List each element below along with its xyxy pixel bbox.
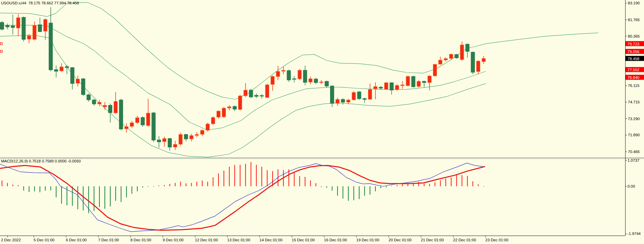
- time-axis-label: 7 Dec 01:00: [98, 238, 119, 242]
- macd-histogram-bar: [402, 184, 403, 186]
- macd-histogram-bar: [413, 184, 414, 186]
- candle-body: [347, 100, 350, 102]
- macd-histogram-bar: [288, 169, 289, 186]
- candle-body: [411, 76, 415, 87]
- macd-histogram-bar: [186, 183, 186, 186]
- candle-body: [460, 45, 464, 60]
- macd-histogram-bar: [456, 175, 457, 186]
- price-tag-label: 79.723: [628, 42, 639, 46]
- macd-histogram-bar: [294, 173, 294, 186]
- candle-body: [233, 106, 237, 109]
- macd-histogram-bar: [29, 186, 30, 192]
- candle-body: [238, 96, 242, 110]
- candle-body: [54, 69, 58, 71]
- macd-histogram-bar: [131, 186, 132, 194]
- time-axis-label: 20 Dec 01:00: [389, 238, 411, 242]
- price-axis-label: 83.190: [628, 1, 640, 5]
- candle-body: [173, 144, 177, 147]
- time-axis-label: 5 Dec 01:00: [34, 238, 54, 242]
- candle-body: [466, 44, 469, 52]
- macd-histogram-bar: [175, 183, 175, 186]
- macd-histogram-bar: [445, 179, 446, 186]
- time-axis-label: 21 Dec 01:00: [421, 238, 444, 242]
- candle-body: [38, 25, 42, 32]
- macd-histogram-bar: [12, 185, 13, 186]
- candle-body: [76, 79, 80, 83]
- macd-axis-label: -1.9744: [628, 232, 641, 236]
- time-axis-label: 22 Dec 01:00: [453, 238, 476, 242]
- candle-body: [282, 70, 285, 71]
- candle-body: [249, 90, 253, 97]
- candle-body: [0, 22, 4, 29]
- macd-histogram-bar: [359, 186, 360, 199]
- candle-body: [130, 123, 134, 127]
- macd-histogram-bar: [197, 182, 197, 186]
- candle-body: [11, 26, 15, 28]
- macd-histogram-bar: [332, 186, 332, 191]
- macd-histogram-bar: [191, 183, 192, 186]
- macd-histogram-bar: [337, 186, 338, 196]
- macd-histogram-bar: [386, 186, 387, 188]
- candle-body: [298, 70, 301, 79]
- chart-canvas[interactable]: 83.19081.76580.36576.11574.71573.29071.8…: [0, 0, 644, 244]
- macd-histogram-bar: [435, 182, 435, 186]
- macd-histogram-bar: [148, 186, 149, 187]
- candle-body: [482, 58, 485, 62]
- candle-body: [43, 19, 47, 31]
- time-axis-label: 8 Dec 01:00: [130, 238, 151, 242]
- macd-histogram-bar: [321, 186, 322, 187]
- candle-body: [200, 130, 204, 134]
- macd-histogram-bar: [56, 186, 56, 197]
- macd-histogram-bar: [240, 165, 240, 186]
- macd-histogram-bar: [61, 186, 62, 204]
- candle-body: [292, 79, 296, 79]
- candle-body: [228, 107, 231, 108]
- candle-body: [179, 134, 183, 144]
- candle-body: [114, 101, 118, 113]
- candle-body: [373, 87, 377, 89]
- candle-body: [471, 52, 475, 72]
- macd-histogram-bar: [229, 167, 230, 186]
- price-axis-label: 81.765: [628, 18, 640, 22]
- candle-body: [309, 79, 312, 82]
- macd-histogram-bar: [299, 176, 300, 186]
- price-tag-label: 79.056: [628, 50, 639, 54]
- candle-body: [260, 96, 264, 96]
- candle-body: [119, 100, 123, 129]
- macd-histogram-bar: [153, 186, 154, 187]
- macd-histogram-bar: [418, 182, 419, 186]
- candle-body: [385, 83, 388, 89]
- price-axis-label: 80.365: [628, 34, 640, 38]
- macd-histogram-bar: [164, 185, 165, 186]
- candle-body: [271, 76, 275, 84]
- candle-body: [422, 81, 426, 83]
- candle-body: [265, 85, 269, 98]
- macd-histogram-bar: [77, 186, 78, 209]
- mt4-chart-window[interactable]: 83.19081.76580.36576.11574.71573.29071.8…: [0, 0, 644, 244]
- macd-histogram-bar: [370, 186, 370, 195]
- macd-histogram-bar: [213, 177, 213, 186]
- price-tag-label: 77.502: [628, 68, 639, 72]
- macd-histogram-bar: [354, 186, 354, 200]
- macd-histogram-bar: [261, 167, 262, 186]
- macd-histogram-bar: [72, 186, 73, 206]
- price-tag-label: 76.840: [628, 76, 639, 80]
- time-axis-label: 9 Dec 01:00: [163, 238, 184, 242]
- price-axis-label: 71.890: [628, 133, 640, 137]
- macd-histogram-bar: [391, 186, 392, 187]
- macd-histogram-bar: [115, 186, 116, 201]
- candle-body: [314, 79, 318, 83]
- candle-body: [190, 136, 193, 139]
- macd-histogram-bar: [343, 186, 343, 199]
- macd-histogram-bar: [83, 186, 84, 210]
- time-axis-label: 12 Dec 01:00: [195, 238, 218, 242]
- candle-body: [217, 111, 220, 117]
- macd-histogram-bar: [137, 186, 138, 191]
- macd-histogram-bar: [397, 185, 397, 186]
- time-axis-label: 23 Dec 01:00: [485, 238, 508, 242]
- time-axis-label: 2 Dec 2022: [1, 238, 21, 242]
- candle-body: [211, 117, 215, 124]
- candle-body: [163, 139, 166, 142]
- candle-body: [433, 64, 437, 76]
- macd-histogram-bar: [380, 186, 381, 188]
